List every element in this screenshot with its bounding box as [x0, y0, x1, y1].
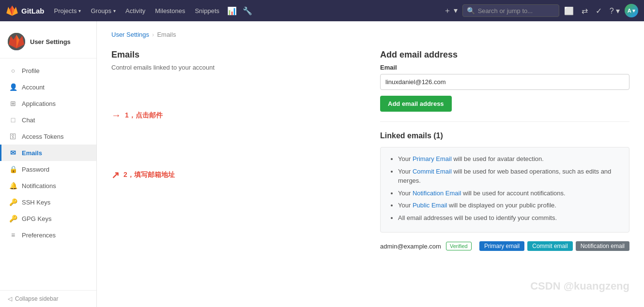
- sidebar-nav: ○ Profile 👤 Account ⊞ Applications □ Cha…: [0, 62, 96, 290]
- preferences-icon: ≡: [9, 231, 17, 239]
- add-email-title: Add email address: [380, 50, 629, 60]
- sidebar-item-account[interactable]: 👤 Account: [0, 79, 96, 95]
- email-icon: ✉: [9, 149, 17, 157]
- sidebar-item-gpg-keys[interactable]: 🔑 GPG Keys: [0, 210, 96, 227]
- email-field-label: Email: [380, 64, 629, 71]
- sidebar-toggle-icon[interactable]: ⬜: [561, 4, 577, 17]
- email-tag-group: Primary email Commit email Notification …: [479, 241, 629, 251]
- plus-icon-btn[interactable]: ＋ ▾: [441, 4, 460, 18]
- sidebar: User Settings ○ Profile 👤 Account ⊞ Appl…: [0, 21, 97, 307]
- nav-projects[interactable]: Projects ▾: [49, 0, 86, 21]
- arrow-icon-2: ↗: [111, 169, 120, 181]
- nav-snippets[interactable]: Snippets: [190, 0, 224, 21]
- email-row: admin@example.com Verified Primary email…: [380, 241, 629, 251]
- user-avatar[interactable]: A ▾: [625, 4, 638, 17]
- sidebar-avatar: [8, 33, 25, 50]
- gitlab-logo[interactable]: GitLab: [6, 4, 45, 17]
- ssh-icon: 🔑: [9, 198, 17, 206]
- applications-icon: ⊞: [9, 100, 17, 107]
- help-icon-btn[interactable]: ? ▾: [607, 4, 623, 17]
- topnav-nav: Projects ▾ Groups ▾ Activity Milestones …: [49, 0, 256, 21]
- merge-request-icon[interactable]: ⇄: [579, 4, 591, 17]
- info-item-5: All email addresses will be used to iden…: [398, 213, 620, 223]
- sidebar-item-access-tokens[interactable]: ⚿ Access Tokens: [0, 128, 96, 145]
- sidebar-item-emails[interactable]: ✉ Emails: [0, 145, 96, 161]
- emails-section: Emails Control emails linked to your acc…: [111, 50, 361, 181]
- profile-icon: ○: [9, 67, 17, 74]
- account-icon: 👤: [9, 83, 17, 91]
- nav-activity[interactable]: Activity: [121, 0, 150, 21]
- collapse-icon: ◁: [8, 295, 12, 302]
- breadcrumb-parent-link[interactable]: User Settings: [111, 31, 149, 38]
- linked-emails-title: Linked emails (1): [380, 132, 629, 140]
- right-panel: Add email address Email Add email addres…: [380, 50, 629, 251]
- search-bar[interactable]: 🔍: [462, 4, 559, 17]
- nav-milestones[interactable]: Milestones: [150, 0, 190, 21]
- search-icon: 🔍: [467, 7, 475, 15]
- info-item-1: Your Primary Email will be used for avat…: [398, 154, 620, 164]
- sidebar-item-preferences[interactable]: ≡ Preferences: [0, 227, 96, 243]
- emails-title: Emails: [111, 50, 361, 60]
- annotation-1: → 1，点击邮件: [111, 110, 361, 121]
- topnav: GitLab Projects ▾ Groups ▾ Activity Mile…: [0, 0, 644, 21]
- verified-badge: Verified: [446, 242, 472, 250]
- wrench-icon-btn[interactable]: 🔧: [240, 4, 255, 17]
- token-icon: ⚿: [9, 132, 17, 140]
- add-email-button[interactable]: Add email address: [380, 96, 452, 112]
- search-input[interactable]: [478, 7, 555, 15]
- chevron-down-icon: ▾: [113, 8, 116, 14]
- main-content: User Settings › Emails Emails Control em…: [97, 21, 644, 307]
- issues-icon[interactable]: ✓: [593, 4, 605, 17]
- password-icon: 🔒: [9, 165, 17, 173]
- sidebar-title: User Settings: [30, 38, 71, 45]
- sidebar-item-notifications[interactable]: 🔔 Notifications: [0, 177, 96, 194]
- sidebar-header: User Settings: [0, 29, 96, 58]
- info-item-2: Your Commit Email will be used for web b…: [398, 167, 620, 186]
- email-info-box: Your Primary Email will be used for avat…: [380, 147, 629, 233]
- gpg-icon: 🔑: [9, 215, 17, 222]
- breadcrumb-current: Emails: [157, 31, 176, 38]
- chat-icon: □: [9, 116, 17, 124]
- notification-email-tag[interactable]: Notification email: [576, 241, 629, 251]
- nav-groups[interactable]: Groups ▾: [86, 0, 121, 21]
- info-item-3: Your Notification Email will be used for…: [398, 189, 620, 198]
- section-divider: [380, 121, 629, 122]
- app-layout: User Settings ○ Profile 👤 Account ⊞ Appl…: [0, 21, 644, 307]
- annotation-2: ↗ 2，填写邮箱地址: [111, 169, 361, 181]
- breadcrumb: User Settings › Emails: [111, 31, 629, 38]
- sidebar-item-password[interactable]: 🔒 Password: [0, 161, 96, 177]
- email-input[interactable]: [380, 74, 629, 90]
- breadcrumb-separator: ›: [152, 31, 154, 38]
- arrow-right-icon: →: [111, 110, 121, 121]
- sidebar-item-applications[interactable]: ⊞ Applications: [0, 95, 96, 112]
- commit-email-tag[interactable]: Commit email: [527, 241, 572, 251]
- primary-email-tag[interactable]: Primary email: [479, 241, 524, 251]
- notifications-icon: 🔔: [9, 182, 17, 190]
- chevron-down-icon: ▾: [78, 8, 81, 14]
- emails-desc: Control emails linked to your account: [111, 64, 361, 71]
- email-address: admin@example.com: [380, 243, 441, 250]
- info-item-4: Your Public Email will be displayed on y…: [398, 201, 620, 210]
- sidebar-item-chat[interactable]: □ Chat: [0, 112, 96, 128]
- content-grid: Emails Control emails linked to your acc…: [111, 50, 629, 251]
- topnav-right: ＋ ▾ 🔍 ⬜ ⇄ ✓ ? ▾ A ▾: [441, 4, 638, 18]
- collapse-sidebar-btn[interactable]: ◁ Collapse sidebar: [0, 290, 96, 307]
- sidebar-item-ssh-keys[interactable]: 🔑 SSH Keys: [0, 194, 96, 210]
- sidebar-item-profile[interactable]: ○ Profile: [0, 62, 96, 79]
- chart-icon-btn[interactable]: 📊: [224, 4, 240, 17]
